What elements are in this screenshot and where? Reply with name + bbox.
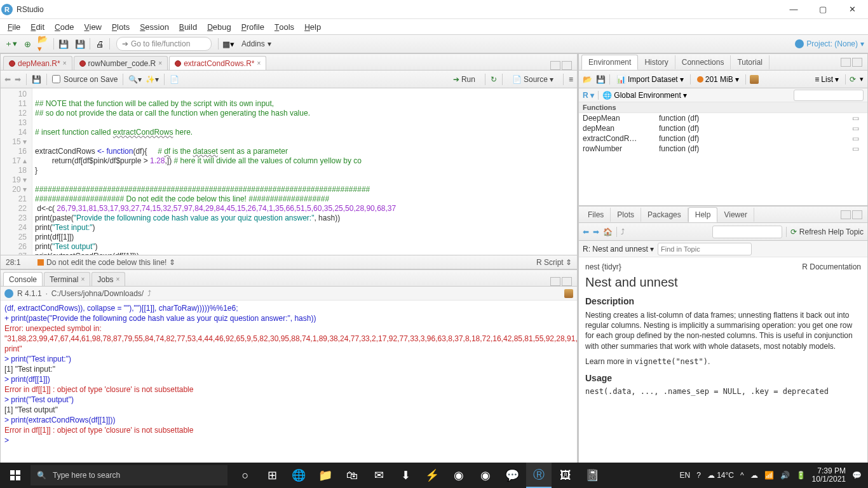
env-search-input[interactable] — [794, 90, 864, 101]
print-button[interactable]: 🖨 — [93, 37, 107, 51]
find-in-topic-input[interactable] — [658, 243, 752, 255]
list-view-dropdown[interactable]: ≡ List ▾ — [812, 74, 841, 85]
menu-debug[interactable]: Debug — [203, 21, 235, 33]
close-tab-icon[interactable]: × — [63, 60, 67, 67]
help-tray-icon[interactable]: ? — [696, 471, 701, 480]
help-search-input[interactable] — [712, 226, 782, 238]
menu-tools[interactable]: Tools — [271, 21, 298, 33]
tab-history[interactable]: History — [638, 55, 675, 69]
menu-file[interactable]: File — [4, 21, 24, 33]
view-icon[interactable]: ▭ — [852, 114, 864, 123]
dropbox-icon[interactable]: ⬇ — [393, 463, 418, 488]
wifi-icon[interactable]: 📶 — [764, 471, 774, 480]
language-dropdown[interactable]: R ▾ — [583, 91, 594, 100]
tab-packages[interactable]: Packages — [641, 208, 688, 222]
menu-view[interactable]: View — [80, 21, 105, 33]
env-row[interactable]: DeepMeanfunction (df)▭ — [579, 113, 867, 123]
source-on-save-checkbox[interactable]: Source on Save — [52, 75, 118, 84]
chrome-icon[interactable]: ◉ — [446, 463, 471, 488]
battery-icon[interactable]: 🔋 — [796, 471, 806, 480]
console-output[interactable]: (df, extractCondRows)), collapse = ""),"… — [1, 301, 577, 478]
pane-maximize-icon[interactable] — [852, 210, 862, 219]
help-topic-dropdown[interactable]: R: Nest and unnest ▾ — [583, 245, 654, 254]
run-button[interactable]: ➔Run — [449, 73, 480, 86]
weather-widget[interactable]: ☁ 14°C — [707, 471, 734, 480]
language-indicator[interactable]: EN — [679, 471, 690, 480]
editor-tab-extractcondrows[interactable]: extractCondRows.R*× — [169, 56, 266, 70]
maximize-button[interactable]: ▢ — [808, 0, 837, 19]
edge-icon[interactable]: 🌐 — [286, 463, 311, 488]
tab-help[interactable]: Help — [688, 207, 718, 222]
menu-code[interactable]: Code — [51, 21, 78, 33]
help-back-button[interactable]: ⬅ — [583, 227, 589, 236]
view-icon[interactable]: ▭ — [852, 134, 864, 143]
task-view-icon[interactable]: ⊞ — [259, 463, 285, 488]
help-forward-button[interactable]: ➡ — [593, 227, 599, 236]
project-menu[interactable]: Project: (None) ▾ — [795, 39, 864, 48]
rstudio-taskbar-icon[interactable]: Ⓡ — [526, 463, 552, 488]
pane-maximize-icon[interactable] — [562, 277, 572, 286]
working-directory[interactable]: C:/Users/johna/Downloads/ — [51, 289, 144, 298]
minimize-button[interactable]: — — [779, 0, 808, 19]
view-icon[interactable]: ▭ — [852, 144, 864, 153]
explorer-icon[interactable]: 📁 — [313, 463, 338, 488]
wd-popup-icon[interactable]: ⤴ — [147, 289, 151, 298]
pane-minimize-icon[interactable] — [841, 58, 851, 67]
menu-build[interactable]: Build — [175, 21, 201, 33]
find-button[interactable]: 🔍▾ — [128, 75, 142, 84]
forward-button[interactable]: ➡ — [15, 75, 21, 84]
pane-minimize-icon[interactable] — [841, 210, 851, 219]
view-icon[interactable]: ▭ — [852, 124, 864, 133]
help-content[interactable]: nest {tidyr}R Documentation Nest and unn… — [579, 257, 867, 478]
menu-session[interactable]: Session — [136, 21, 173, 33]
goto-file-input[interactable]: ➔ Go to file/function — [116, 37, 212, 51]
taskbar-search[interactable]: 🔍 Type here to search — [31, 465, 227, 485]
env-row[interactable]: depMeanfunction (df)▭ — [579, 123, 867, 133]
menu-plots[interactable]: Plots — [108, 21, 133, 33]
editor-tab-rownumber[interactable]: rowNumber_code.R× — [74, 56, 168, 70]
mail-icon[interactable]: ✉ — [366, 463, 391, 488]
section-indicator[interactable]: Do not edit the code below this line! ⇕ — [37, 258, 536, 267]
clear-console-button[interactable] — [564, 289, 573, 298]
cortana-icon[interactable]: ○ — [233, 463, 258, 488]
import-dataset-dropdown[interactable]: 📊 Import Dataset ▾ — [614, 74, 686, 85]
menu-profile[interactable]: Profile — [238, 21, 268, 33]
whatsapp-icon[interactable]: 💬 — [499, 463, 525, 488]
language-mode[interactable]: R Script ⇕ — [536, 258, 572, 267]
env-row[interactable]: extractCondR…function (df)▭ — [579, 133, 867, 144]
save-button[interactable]: 💾 — [57, 37, 71, 51]
save-workspace-button[interactable]: 💾 — [596, 75, 606, 84]
memory-usage[interactable]: 201 MiB ▾ — [695, 74, 742, 85]
pane-minimize-icon[interactable] — [550, 61, 560, 70]
open-file-button[interactable]: 📂▾ — [37, 37, 51, 51]
new-project-button[interactable]: ⊕ — [20, 37, 34, 51]
pane-maximize-icon[interactable] — [852, 58, 862, 67]
menu-edit[interactable]: Edit — [27, 21, 48, 33]
clock[interactable]: 7:39 PM 10/1/2021 — [812, 467, 846, 484]
pane-minimize-icon[interactable] — [550, 277, 560, 286]
tab-tutorial[interactable]: Tutorial — [731, 55, 770, 69]
close-button[interactable]: ✕ — [837, 0, 867, 19]
tab-viewer[interactable]: Viewer — [717, 208, 754, 222]
grid-button[interactable]: ▦▾ — [221, 37, 235, 51]
back-button[interactable]: ⬅ — [4, 75, 11, 84]
source-button[interactable]: 📄Source ▾ — [508, 73, 558, 86]
refresh-env-button[interactable]: ⟳ — [850, 75, 856, 84]
photos-icon[interactable]: 🖼 — [553, 463, 578, 488]
notepad-icon[interactable]: 📓 — [580, 463, 605, 488]
load-workspace-button[interactable]: 📂 — [583, 75, 592, 84]
wand-button[interactable]: ✨▾ — [146, 75, 159, 84]
editor-tab-depmean[interactable]: depMean.R*× — [3, 56, 72, 70]
volume-icon[interactable]: 🔊 — [780, 471, 790, 480]
tray-chevron-icon[interactable]: ^ — [740, 471, 744, 480]
close-tab-icon[interactable]: × — [158, 60, 162, 67]
tab-files[interactable]: Files — [581, 208, 611, 222]
help-home-button[interactable]: 🏠 — [603, 227, 613, 236]
scope-dropdown[interactable]: 🌐 Global Environment ▾ — [602, 91, 687, 100]
chrome-alt-icon[interactable]: ◉ — [473, 463, 498, 488]
tab-connections[interactable]: Connections — [675, 55, 731, 69]
store-icon[interactable]: 🛍 — [339, 463, 365, 488]
slack-icon[interactable]: ⚡ — [419, 463, 445, 488]
save-source-button[interactable]: 💾 — [32, 75, 41, 84]
tab-jobs[interactable]: Jobs× — [92, 272, 125, 286]
